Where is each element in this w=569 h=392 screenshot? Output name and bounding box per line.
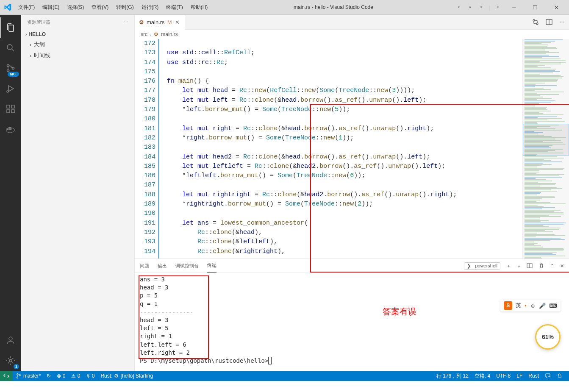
window-title: main.rs - hello - Visual Studio Code [211,4,455,10]
svg-rect-23 [10,127,11,128]
close-panel-icon[interactable]: ✕ [560,263,564,269]
editor-more-icon[interactable]: ⋯ [559,19,565,25]
activity-docker[interactable] [0,119,21,139]
status-position[interactable]: 行 176，列 12 [433,371,472,381]
activity-run-debug[interactable] [0,78,21,99]
panel-tab-output[interactable]: 输出 [158,259,167,272]
panel-tab-problems[interactable]: 问题 [140,259,149,272]
status-encoding[interactable]: UTF-8 [493,371,513,381]
breadcrumb[interactable]: src › ⚙ main.rs [135,30,569,39]
menu-file[interactable]: 文件(F) [15,2,38,13]
status-eol[interactable]: LF [513,371,525,381]
sogou-logo-icon: S [504,301,512,310]
breadcrumb-file[interactable]: main.rs [161,31,178,37]
tab-main-rs[interactable]: ⚙ main.rs M ✕ [135,15,185,30]
status-branch[interactable]: master* [13,371,44,381]
loading-icon: ⚙ [114,373,119,379]
ime-mic-icon[interactable]: 🎤 [539,303,546,309]
progress-circle[interactable]: 61% [535,324,561,350]
sidebar-timeline[interactable]: ›时间线 [21,50,134,61]
menu-terminal[interactable]: 终端(T) [163,2,186,13]
status-sync[interactable]: ↻ [44,371,54,381]
rust-file-icon: ⚙ [154,31,158,37]
svg-rect-22 [8,127,10,128]
editor[interactable]: 1721731741751761771781791801811821831841… [135,39,522,259]
status-language[interactable]: Rust [525,371,542,381]
terminal-type-select[interactable]: ❯_powershell [464,262,500,270]
sidebar-folder-hello[interactable]: ›HELLO [21,30,134,39]
minimap-viewport[interactable] [523,124,569,156]
menu-help[interactable]: 帮助(H) [187,2,211,13]
new-terminal-icon[interactable]: ＋ [506,263,511,269]
ime-emoji-icon[interactable]: ☺ [530,303,536,309]
status-bar: master* ↻ ⊗ 0 ⚠ 0 ↯ 0 Rust: ⚙ [hello] St… [0,371,569,381]
svg-rect-3 [469,7,471,8]
svg-point-11 [7,65,9,67]
split-terminal-icon[interactable] [527,263,533,269]
menu-select[interactable]: 选择(S) [64,2,87,13]
maximize-button[interactable]: ☐ [527,1,544,13]
customize-layout-icon[interactable] [494,4,501,11]
svg-rect-8 [497,7,497,8]
status-feedback-icon[interactable] [542,371,554,381]
chevron-right-icon: › [30,53,31,59]
activity-source-control[interactable]: 6K+ [0,58,21,78]
chevron-right-icon: › [25,32,27,37]
minimize-button[interactable]: ─ [505,1,522,13]
close-button[interactable]: ✕ [548,1,565,13]
status-port[interactable]: ↯ 0 [83,371,97,381]
activity-search[interactable] [0,38,21,58]
svg-rect-15 [7,105,10,108]
terminal-dropdown-icon[interactable]: ⌄ [517,263,521,269]
sidebar-outline[interactable]: ›大纲 [21,39,134,50]
activity-explorer[interactable] [0,17,21,38]
status-errors[interactable]: ⊗ 0 [54,371,68,381]
annotation-box-output [139,275,209,359]
line-gutter: 1721731741751761771781791801811821831841… [135,39,159,259]
minimap[interactable] [522,39,569,259]
terminal-type-label: powershell [475,263,497,268]
split-editor-icon[interactable] [546,19,552,25]
chevron-right-icon: › [150,32,151,37]
status-warnings[interactable]: ⚠ 0 [68,371,83,381]
close-icon[interactable]: ✕ [174,18,180,26]
ime-lang[interactable]: 英 [516,302,521,309]
svg-rect-9 [498,7,498,8]
svg-point-24 [9,337,12,340]
ime-toolbar[interactable]: S 英 • ☺ 🎤 ⌨ [500,300,561,311]
maximize-panel-icon[interactable]: ⌃ [550,263,554,269]
menu-run[interactable]: 运行(R) [138,2,162,13]
activity-extensions[interactable] [0,99,21,119]
compare-changes-icon[interactable] [532,19,539,25]
kill-terminal-icon[interactable] [538,263,544,269]
scm-badge: 6K+ [8,72,19,77]
menu-edit[interactable]: 编辑(E) [39,2,63,13]
layout-sidebar-left-icon[interactable] [456,4,463,11]
svg-point-33 [17,377,18,378]
terminal-output[interactable]: ans = 3head = 3p = 5q = 1---------------… [135,273,569,371]
panel-tab-debug[interactable]: 调试控制台 [175,259,199,272]
status-indent[interactable]: 空格: 4 [472,371,493,381]
activity-settings[interactable]: 1 [0,350,21,371]
tab-modified-indicator: M [167,19,172,25]
status-bell-icon[interactable] [554,371,566,381]
code-content[interactable]: use std::cell::RefCell;use std::rc::Rc; … [159,39,522,259]
activity-bar: 6K+ 1 [0,15,21,371]
sidebar-more-icon[interactable]: ⋯ [124,19,128,25]
panel-tabs: 问题 输出 调试控制台 终端 ❯_powershell ＋ ⌄ ⌃ ✕ [135,259,569,273]
layout-panel-icon[interactable] [467,4,474,11]
layout-sidebar-right-icon[interactable] [478,4,485,11]
status-rust-analyzer[interactable]: Rust: ⚙ [hello] Starting [97,371,156,381]
svg-rect-5 [481,7,482,8]
status-remote[interactable] [0,371,13,381]
menu-view[interactable]: 查看(V) [88,2,112,13]
menu-goto[interactable]: 转到(G) [113,2,137,13]
breadcrumb-folder[interactable]: src [141,31,147,37]
ime-keyboard-icon[interactable]: ⌨ [549,303,557,309]
activity-accounts[interactable] [0,330,21,350]
tabs-bar: ⚙ main.rs M ✕ ⋯ [135,15,569,30]
svg-rect-6 [497,6,497,7]
sidebar-header: 资源管理器 ⋯ [21,15,134,30]
svg-point-25 [9,359,12,362]
panel-tab-terminal[interactable]: 终端 [207,259,216,272]
